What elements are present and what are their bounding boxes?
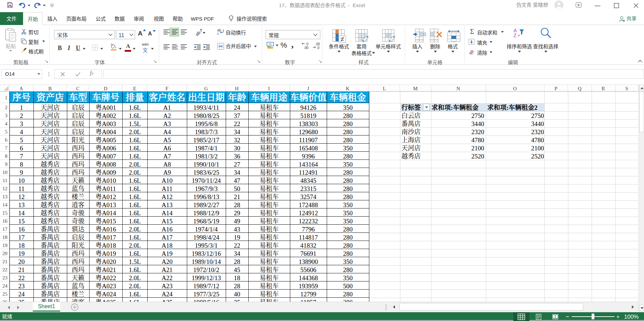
svg-text:.0: .0	[317, 46, 320, 50]
svg-text:Z: Z	[514, 33, 517, 38]
svg-text:.00: .00	[304, 46, 308, 50]
svg-text:.00: .00	[315, 42, 320, 46]
svg-text:.0: .0	[305, 42, 308, 46]
svg-text:c: c	[217, 32, 219, 35]
svg-text:A: A	[514, 28, 517, 33]
